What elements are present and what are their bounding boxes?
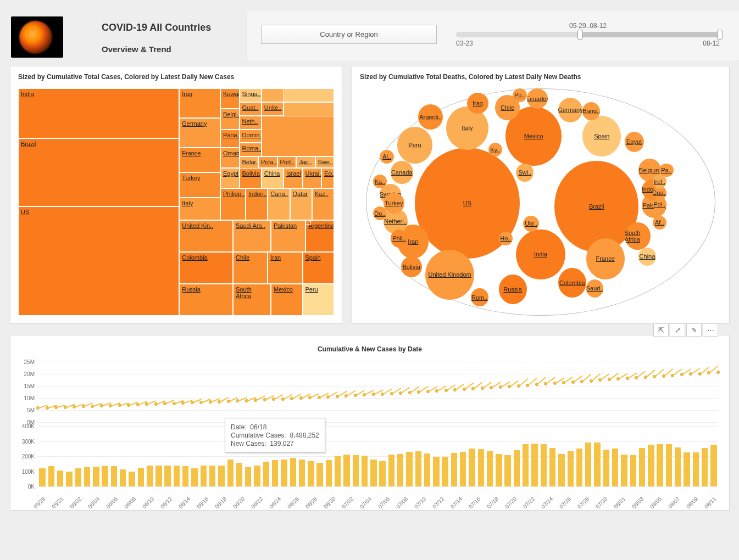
bubble[interactable]: Al.. xyxy=(380,150,393,164)
bubble[interactable]: Turkey xyxy=(384,193,404,213)
line-point[interactable] xyxy=(716,371,720,374)
bar[interactable] xyxy=(343,455,349,486)
fullscreen-icon[interactable]: ⤢ xyxy=(670,323,685,337)
bar[interactable] xyxy=(245,467,251,486)
bar[interactable] xyxy=(648,445,654,486)
treemap-cell[interactable]: Philipp.. xyxy=(220,188,246,220)
bar[interactable] xyxy=(236,463,242,486)
bar[interactable] xyxy=(164,466,170,486)
bar[interactable] xyxy=(102,466,108,486)
bar[interactable] xyxy=(272,460,278,486)
bar-plot[interactable] xyxy=(38,426,718,486)
bar[interactable] xyxy=(48,466,54,486)
bubble[interactable]: Argenti.. xyxy=(418,104,443,130)
bar[interactable] xyxy=(120,469,126,486)
treemap-cell[interactable]: Bolivia xyxy=(240,168,262,188)
bubble[interactable]: Af.. xyxy=(653,216,666,229)
bar[interactable] xyxy=(174,466,180,486)
bar[interactable] xyxy=(630,455,636,486)
treemap-cell[interactable]: Pola.. xyxy=(258,156,277,168)
bubble[interactable]: Ky.. xyxy=(488,143,502,156)
treemap-cell[interactable]: Argentina xyxy=(305,220,334,252)
treemap-cell[interactable]: Egypt xyxy=(220,168,240,188)
bar[interactable] xyxy=(182,466,188,486)
bubble[interactable]: Canada xyxy=(391,161,413,183)
more-icon[interactable]: ⋯ xyxy=(703,323,718,337)
bar[interactable] xyxy=(433,457,439,486)
bar[interactable] xyxy=(335,456,341,486)
treemap-tiny-cells[interactable] xyxy=(284,88,334,102)
bar[interactable] xyxy=(702,448,708,486)
treemap-cell[interactable]: Israel xyxy=(284,168,303,188)
treemap-cell[interactable]: Domin.. xyxy=(240,130,262,143)
bar[interactable] xyxy=(406,452,412,486)
bubble[interactable]: Italy xyxy=(446,107,488,150)
bar[interactable] xyxy=(424,453,430,486)
bubble[interactable]: United Kingdom xyxy=(425,250,474,300)
treemap-cell[interactable]: Peru xyxy=(303,284,335,316)
bar[interactable] xyxy=(379,461,385,486)
bar[interactable] xyxy=(415,451,421,486)
bubble[interactable]: Spain xyxy=(582,116,621,157)
bubble[interactable]: Phil.. xyxy=(391,229,408,248)
treemap-cell[interactable]: Kaz.. xyxy=(312,188,334,220)
treemap-cell[interactable]: Qatar xyxy=(290,188,312,220)
bubble[interactable]: Rom.. xyxy=(471,288,488,306)
treemap-cell[interactable]: Brazil xyxy=(18,138,179,206)
bar[interactable] xyxy=(478,449,484,486)
bar[interactable] xyxy=(639,448,645,486)
treemap-cell[interactable]: United Kin.. xyxy=(179,220,233,252)
treemap-cell[interactable]: Jap.. xyxy=(296,156,315,168)
treemap-cell[interactable]: Roma.. xyxy=(240,143,262,156)
bubble[interactable]: Russia xyxy=(499,275,527,304)
treemap-cell[interactable]: Chile xyxy=(233,252,268,284)
bar[interactable] xyxy=(514,450,520,486)
bar[interactable] xyxy=(603,450,609,486)
treemap-cell[interactable]: Port.. xyxy=(277,156,297,168)
bar[interactable] xyxy=(84,467,90,486)
bar[interactable] xyxy=(227,460,234,487)
bar[interactable] xyxy=(469,449,475,486)
bubble[interactable]: Germany xyxy=(558,98,583,123)
bar[interactable] xyxy=(675,447,681,486)
bubble[interactable]: Peru xyxy=(397,127,432,163)
treemap-chart[interactable]: India Brazil US Iraq Germany France Turk… xyxy=(18,88,334,316)
bar[interactable] xyxy=(155,466,162,487)
bar[interactable] xyxy=(353,455,359,486)
bubble[interactable]: India xyxy=(516,229,565,279)
bubble[interactable]: Bolivia xyxy=(401,256,422,277)
bubble[interactable]: Swi.. xyxy=(516,164,534,182)
slider-handle-start[interactable] xyxy=(577,30,583,40)
bubble[interactable]: Ho.. xyxy=(499,232,513,245)
treemap-cell[interactable]: India xyxy=(18,88,179,138)
treemap-cell[interactable]: Pakistan xyxy=(271,220,305,252)
bubble[interactable]: Colombia xyxy=(558,268,586,298)
bar[interactable] xyxy=(299,460,305,486)
bar[interactable] xyxy=(362,456,368,486)
treemap-cell[interactable]: Bangla.. xyxy=(305,220,311,225)
bar[interactable] xyxy=(558,454,564,486)
bubble[interactable]: Bang.. xyxy=(582,102,600,120)
bubble[interactable]: Pa.. xyxy=(659,164,673,177)
treemap-cell[interactable]: Saudi Ara.. xyxy=(233,220,271,252)
treemap-cell[interactable]: Spain xyxy=(303,252,335,284)
bar[interactable] xyxy=(710,445,716,486)
bar[interactable] xyxy=(263,462,269,486)
treemap-cell[interactable]: Cana.. xyxy=(268,188,290,220)
treemap-cell[interactable]: Unite.. xyxy=(262,102,284,116)
bar[interactable] xyxy=(576,449,582,486)
bar[interactable] xyxy=(568,451,574,486)
treemap-cell[interactable]: France xyxy=(179,148,220,173)
bar[interactable] xyxy=(541,444,547,486)
treemap-cell[interactable]: Colombia xyxy=(179,252,233,284)
bubble[interactable]: South Africa xyxy=(625,222,651,250)
treemap-cell[interactable]: Indon.. xyxy=(246,188,268,220)
treemap-cell[interactable]: Pana.. xyxy=(220,130,240,148)
bar[interactable] xyxy=(531,444,537,486)
treemap-tiny-cells[interactable] xyxy=(262,116,334,157)
treemap-cell[interactable]: US xyxy=(18,206,179,316)
country-dropdown[interactable]: Country or Region xyxy=(261,25,437,44)
bar[interactable] xyxy=(504,455,510,486)
bar[interactable] xyxy=(111,466,117,486)
bar[interactable] xyxy=(316,463,323,486)
